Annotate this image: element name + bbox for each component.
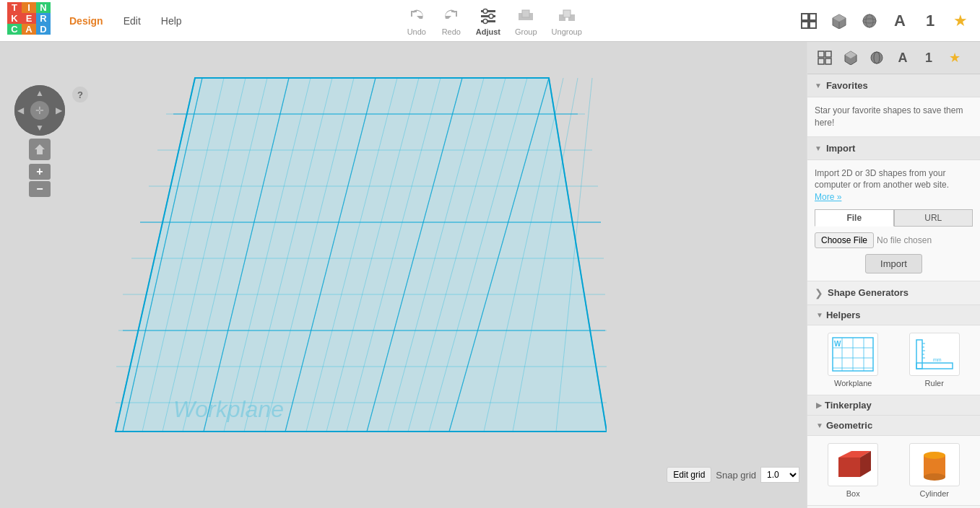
box-thumb (828, 443, 878, 486)
svg-rect-19 (810, 22, 816, 28)
ungroup-label: Ungroup (552, 27, 582, 36)
import-description: Import 2D or 3D shapes from your compute… (815, 167, 973, 203)
import-more-link[interactable]: More » (815, 192, 841, 202)
canvas-area: ✛ ▲ ▼ ◀ ▶ + − ? (0, 42, 807, 508)
svg-rect-18 (802, 22, 808, 28)
nav-edit[interactable]: Edit (113, 11, 151, 31)
svg-point-23 (863, 14, 876, 27)
workplane-thumb: W (828, 333, 878, 376)
svg-point-98 (924, 473, 945, 481)
shape-generators-title: Shape Generators (828, 287, 909, 298)
logo-cell-i: I (22, 2, 36, 13)
tinkerplay-title: Tinkerplay (825, 400, 872, 411)
workplane-shape-item[interactable]: W Workplane (815, 333, 892, 387)
panel-cube-icon[interactable] (839, 46, 862, 69)
snap-grid-control: Edit grid Snap grid 1.0 0.5 0.25 2.0 (667, 467, 799, 483)
group-button[interactable]: Group (515, 6, 537, 36)
geometric-header[interactable]: ▼ Geometric (807, 416, 980, 436)
snap-grid-select[interactable]: 1.0 0.5 0.25 2.0 (760, 467, 799, 483)
grid-view-icon[interactable] (797, 9, 821, 33)
import-tabs: File URL (815, 209, 973, 227)
svg-marker-26 (35, 144, 45, 154)
geometric-title: Geometric (826, 420, 872, 431)
helpers-arrow: ▼ (816, 311, 823, 319)
logo-cell-e: E (22, 13, 36, 24)
import-tab-file[interactable]: File (815, 209, 894, 227)
sphere-view-icon[interactable] (857, 9, 882, 33)
svg-point-9 (483, 19, 487, 23)
adjust-button[interactable]: Adjust (476, 6, 500, 36)
logo-cell-n: N (36, 2, 51, 13)
tinkerplay-header[interactable]: ▶ Tinkerplay (807, 395, 980, 416)
svg-rect-71 (818, 58, 824, 64)
ruler-shape-label: Ruler (925, 379, 944, 387)
geometric-arrow: ▼ (816, 421, 823, 429)
logo-cell-d: D (36, 24, 51, 35)
favorites-content: Star your favorite shapes to save them h… (807, 97, 980, 137)
home-view-button[interactable] (29, 139, 51, 160)
import-content: Import 2D or 3D shapes from your compute… (807, 160, 980, 281)
svg-rect-3 (451, 11, 457, 12)
favorites-description: Star your favorite shapes to save them h… (815, 105, 973, 129)
nav-design[interactable]: Design (59, 11, 113, 31)
workplane-grid: Workplane (51, 64, 607, 446)
star-icon[interactable]: ★ (948, 9, 973, 33)
nav-control: ✛ ▲ ▼ ◀ ▶ + − (14, 85, 65, 198)
favorites-header[interactable]: ▼ Favorites (807, 74, 980, 97)
import-tab-url[interactable]: URL (894, 209, 974, 227)
panel-grid-icon[interactable] (813, 46, 836, 69)
shape-generators-header[interactable]: ❯ Shape Generators (807, 281, 980, 305)
redo-label: Redo (442, 27, 461, 36)
svg-rect-17 (810, 14, 816, 20)
redo-button[interactable]: Redo (441, 6, 461, 36)
import-button[interactable]: Import (865, 254, 922, 273)
panel-star-icon[interactable]: ★ (943, 46, 966, 69)
right-panel: A 1 ★ ▼ Favorites Star your favorite sha… (807, 42, 980, 508)
zoom-in-button[interactable]: + (29, 164, 51, 180)
svg-marker-28 (116, 78, 607, 432)
svg-rect-15 (563, 10, 571, 17)
import-title: Import (826, 143, 855, 154)
number-view-icon[interactable]: 1 (918, 9, 942, 33)
box-shape-item[interactable]: Box (815, 443, 892, 498)
edit-grid-button[interactable]: Edit grid (667, 467, 711, 483)
panel-sphere-icon[interactable] (865, 46, 888, 69)
cylinder-shape-item[interactable]: Cylinder (896, 443, 974, 498)
zoom-out-button[interactable]: − (29, 181, 51, 197)
tinkercad-logo[interactable]: T I N K E R C A D (7, 2, 51, 40)
panel-number-icon[interactable]: 1 (917, 46, 940, 69)
panel-text-icon[interactable]: A (891, 46, 914, 69)
undo-button[interactable]: Undo (407, 6, 427, 36)
svg-point-7 (483, 9, 487, 13)
workplane-shape-label: Workplane (834, 379, 872, 387)
svg-rect-72 (825, 58, 831, 64)
text-view-icon[interactable]: A (888, 9, 912, 33)
ruler-thumb: mm (909, 333, 960, 376)
file-choose-row: Choose File No file chosen (815, 232, 973, 248)
svg-rect-70 (825, 51, 831, 57)
helpers-title: Helpers (826, 310, 861, 320)
import-header[interactable]: ▼ Import (807, 137, 980, 160)
cylinder-thumb (909, 443, 960, 486)
svg-point-75 (871, 52, 883, 64)
logo-cell-a: A (22, 24, 36, 35)
helpers-shapes-grid: W Workplane (807, 325, 980, 395)
no-file-text: No file chosen (877, 235, 932, 245)
ungroup-button[interactable]: Ungroup (552, 6, 582, 36)
nav-help[interactable]: Help (151, 11, 192, 31)
ruler-shape-item[interactable]: mm Ruler (896, 333, 974, 387)
adjust-label: Adjust (476, 27, 500, 36)
logo-cell-k: K (7, 13, 22, 24)
helpers-header[interactable]: ▼ Helpers (807, 305, 980, 325)
svg-rect-1 (411, 11, 417, 12)
pan-control[interactable]: ✛ ▲ ▼ ◀ ▶ (14, 85, 65, 136)
snap-grid-label: Snap grid (716, 470, 756, 481)
box-shape-label: Box (846, 489, 860, 498)
svg-rect-12 (522, 10, 529, 17)
cube-view-icon[interactable] (827, 9, 851, 33)
top-bar: T I N K E R C A D Design Edit Help Undo … (0, 0, 980, 42)
zoom-controls: + − (14, 163, 65, 198)
panel-top-icons: A 1 ★ (807, 42, 980, 74)
choose-file-button[interactable]: Choose File (815, 232, 874, 248)
nav-links: Design Edit Help (59, 11, 192, 31)
